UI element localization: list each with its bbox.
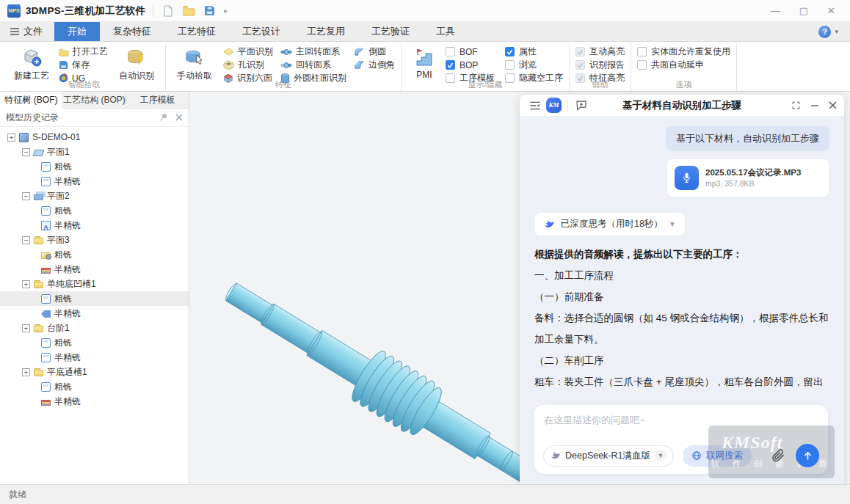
- attach-file-button[interactable]: [771, 448, 785, 463]
- ai-assistant-panel: 基于材料自动识别加工步骤 KM 基于以下材料，自动识别加工步骤 2025.05.…: [520, 95, 844, 484]
- stripes-icon: [41, 400, 51, 406]
- tree-leaf-rough-mill[interactable]: 粗铣: [0, 335, 189, 350]
- tree-node-step-1[interactable]: + 台阶1: [0, 321, 189, 335]
- tree-leaf-rough-mill-selected[interactable]: 粗铣: [0, 291, 189, 306]
- tree-node-root[interactable]: + S-DEMO-01: [0, 130, 189, 145]
- manual-pick-icon: [183, 46, 206, 68]
- tree-leaf-semi-finish-mill[interactable]: 半精铣: [0, 174, 189, 189]
- chamfer-icon: [354, 60, 365, 70]
- tab-operation-template[interactable]: 工序模板: [126, 92, 189, 108]
- tree-leaf-rough-mill[interactable]: 粗铣: [0, 247, 189, 262]
- tree-leaf-semi-finish-mill[interactable]: 半精铣: [0, 218, 189, 233]
- send-button[interactable]: [796, 444, 819, 467]
- pmi-button[interactable]: PMI: [407, 45, 441, 80]
- expander-icon[interactable]: +: [22, 280, 30, 288]
- tab-complex-features[interactable]: 复杂特征: [100, 22, 164, 41]
- checkbox-attributes[interactable]: 属性: [505, 45, 563, 58]
- quick-access-arrow-icon[interactable]: ▸: [224, 7, 228, 15]
- group-label: 显示/隐藏: [402, 79, 569, 90]
- auto-recognize-icon: [125, 46, 148, 68]
- file-ops-stack: 打开工艺 保存 UG: [59, 45, 108, 84]
- minimize-icon[interactable]: —: [771, 6, 780, 15]
- hole-recognize-button[interactable]: 孔识别: [223, 59, 273, 71]
- tag-icon: [41, 310, 51, 318]
- main-revolve-button[interactable]: 主回转面系: [280, 45, 346, 58]
- checkbox-allow-face-reuse[interactable]: 实体面允许重复使用: [637, 45, 730, 58]
- checkbox-bop[interactable]: BOP: [446, 59, 495, 71]
- part-icon: [19, 133, 29, 142]
- open-folder-icon[interactable]: [181, 4, 196, 18]
- showhide-col-2: 属性 浏览 隐藏空工序: [505, 45, 563, 84]
- fillet-button[interactable]: 倒圆: [354, 45, 395, 58]
- history-toggle-icon[interactable]: [527, 98, 543, 114]
- tree-node-plane-3[interactable]: − 平面3: [0, 233, 189, 247]
- help-button[interactable]: ? ▾: [818, 22, 850, 41]
- new-process-button[interactable]: 新建工艺: [9, 45, 54, 82]
- plane-recognize-button[interactable]: 平面识别: [223, 45, 273, 58]
- tab-tools[interactable]: 工具: [423, 22, 468, 41]
- checkbox-browse[interactable]: 浏览: [505, 59, 563, 71]
- close-icon[interactable]: [829, 101, 837, 109]
- operation-icon: [41, 382, 51, 392]
- expand-icon[interactable]: [791, 101, 801, 110]
- deep-thought-label: 已深度思考（用时18秒）: [561, 218, 663, 230]
- save-icon[interactable]: [202, 4, 217, 18]
- tree-leaf-semi-finish-mill[interactable]: 半精铣: [0, 262, 189, 277]
- save-process-button[interactable]: 保存: [59, 59, 108, 71]
- maximize-icon[interactable]: ▢: [799, 6, 808, 15]
- worm-shaft-model[interactable]: [219, 180, 571, 488]
- pin-icon[interactable]: [159, 113, 168, 122]
- deepseek-icon: [551, 450, 561, 461]
- expander-icon[interactable]: +: [7, 134, 15, 142]
- tab-start[interactable]: 开始: [54, 22, 100, 41]
- checkbox-bof[interactable]: BOF: [446, 45, 495, 58]
- minimize-icon[interactable]: [810, 101, 819, 110]
- tab-feature-tree-bof[interactable]: 特征树 (BOF): [0, 92, 63, 109]
- checkbox-coplanar-auto-extend[interactable]: 共面自动延申: [637, 59, 730, 71]
- attachment-card[interactable]: 2025.05.17会议记录.MP3 mp3, 357.8KB: [666, 158, 829, 197]
- manual-pick-button[interactable]: 手动拾取: [172, 45, 217, 82]
- ai-panel-window-controls: [791, 101, 837, 110]
- folder-icon: [34, 326, 43, 332]
- expander-icon[interactable]: −: [22, 148, 30, 156]
- tree-leaf-semi-finish-mill[interactable]: 半精铣: [0, 350, 189, 365]
- auto-recognize-button[interactable]: 自动识别: [114, 45, 159, 82]
- close-icon[interactable]: ✕: [827, 6, 835, 15]
- tree-leaf-rough-mill[interactable]: 粗铣: [0, 379, 189, 394]
- tab-process-design[interactable]: 工艺设计: [229, 22, 294, 41]
- tree-leaf-rough-mill[interactable]: 粗铣: [0, 203, 189, 218]
- feature-col-3: 倒圆 边倒角: [354, 45, 395, 71]
- tree-leaf-rough-mill[interactable]: 粗铣: [0, 159, 189, 174]
- attachment-name: 2025.05.17会议记录.MP3: [705, 167, 801, 178]
- folder-icon: [34, 282, 43, 288]
- revolve-button[interactable]: 回转面系: [280, 59, 346, 71]
- tab-process-features[interactable]: 工艺特征: [164, 22, 229, 41]
- tab-process-structure-bop[interactable]: 工艺结构 (BOP): [63, 92, 126, 108]
- tree-node-pocket-1[interactable]: + 单纯底凹槽1: [0, 277, 189, 291]
- expander-icon[interactable]: −: [22, 192, 30, 200]
- expander-icon[interactable]: +: [22, 368, 30, 376]
- fillet-icon: [354, 47, 365, 56]
- model-selector[interactable]: DeepSeek-R1满血版 ▼: [543, 445, 674, 467]
- menu-file[interactable]: 文件: [0, 22, 54, 41]
- new-chat-icon[interactable]: [573, 98, 589, 114]
- new-file-icon[interactable]: [161, 4, 175, 18]
- tab-process-verify[interactable]: 工艺验证: [358, 22, 423, 41]
- expander-icon[interactable]: −: [22, 236, 30, 244]
- tree-node-flat-slot-1[interactable]: + 平底通槽1: [0, 365, 189, 379]
- checkbox-checked-icon: [446, 60, 455, 70]
- tree-leaf-semi-finish-mill[interactable]: 半精铣: [0, 394, 189, 409]
- close-icon[interactable]: [175, 114, 183, 121]
- deep-thought-toggle[interactable]: 已深度思考（用时18秒） ▼: [534, 212, 686, 236]
- chat-area[interactable]: 基于以下材料，自动识别加工步骤 2025.05.17会议记录.MP3 mp3, …: [520, 117, 844, 398]
- tree-node-plane-1[interactable]: − 平面1: [0, 145, 189, 159]
- divider: [567, 100, 568, 111]
- checkbox-icon: [637, 60, 647, 70]
- tree-leaf-semi-finish-mill[interactable]: 半精铣: [0, 306, 189, 321]
- tree-node-plane-2[interactable]: − 平面2: [0, 189, 189, 203]
- checkbox-checked-icon: [505, 47, 515, 56]
- chamfer-button[interactable]: 边倒角: [354, 59, 395, 71]
- tab-process-reuse[interactable]: 工艺复用: [294, 22, 358, 41]
- expander-icon[interactable]: +: [22, 324, 30, 332]
- open-process-button[interactable]: 打开工艺: [59, 45, 108, 58]
